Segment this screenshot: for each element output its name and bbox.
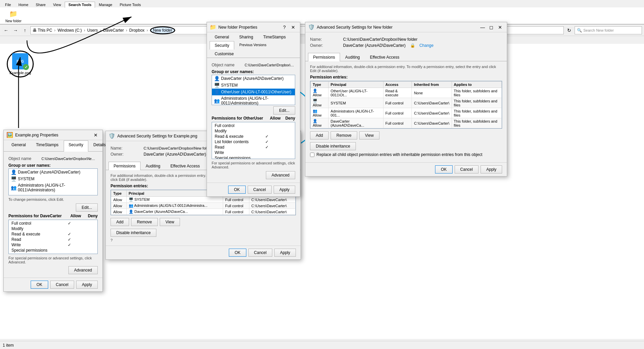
breadcrumb-dropbox[interactable]: Dropbox [129,28,145,33]
perm-list-nf: Full control Modify Read & execute✓ List… [212,122,295,159]
apply-button-adv-ex[interactable]: Apply [274,249,296,257]
tab-perms-adv[interactable]: Permissions [109,162,141,170]
example-png-file[interactable]: PNG ✓ Example.png [7,51,34,77]
perm-nf-read-exec: Read & execute✓ [213,134,294,139]
search-bar[interactable]: 🔍 Search New folder [575,26,642,34]
advanced-button-small[interactable]: Advanced [68,266,98,274]
change-link-nf-adv[interactable]: Change [419,43,433,48]
tab-auditing-adv[interactable]: Auditing [141,162,165,170]
cancel-button-nf[interactable]: Cancel [248,186,272,194]
ribbon-new-folder[interactable]: 📁 New folder [3,7,24,24]
breadcrumb-thispc[interactable]: 🖶 This PC [33,28,52,33]
col-type: Type [111,190,127,197]
tab-general[interactable]: General [6,140,31,152]
file-thumbnail: PNG ✓ [12,53,28,69]
tab-effective-adv[interactable]: Effective Access [165,162,205,170]
add-button-adv-ex[interactable]: Add [111,218,129,226]
tab-share[interactable]: Share [32,2,49,7]
adv-row-dave[interactable]: Allow 👤 DaveCarter (AzureAD\DaveCa... Fu… [111,209,296,215]
user-admins-small[interactable]: 👥 Administrators (ALIGN-LT-0011\Administ… [9,182,97,193]
adv-nf-perm-content: For additional information, double-click… [305,61,507,162]
user-davecarter-small[interactable]: 👤 DaveCarter (AzureAD\DaveCarter) [9,169,97,176]
user-otheruser-nf[interactable]: 👤 OtherUser (ALIGN-LT-0011\OtherUser) [212,89,295,95]
up-button[interactable]: ↑ [21,26,29,34]
tab-picture-tools[interactable]: Picture Tools [116,2,145,7]
adv-nf-close[interactable]: ✕ [496,23,504,31]
tab-perms-nf[interactable]: Permissions [308,53,340,61]
view-button-adv-ex[interactable]: View [160,218,180,226]
tab-nf-general[interactable]: General [210,33,234,41]
tab-effective-nf[interactable]: Effective Access [365,53,404,61]
tab-nf-security[interactable]: Security [210,41,234,50]
example-properties-close[interactable]: ✕ [92,131,100,139]
perm-nf-modify: Modify [213,128,294,134]
apply-button-nf[interactable]: Apply [274,186,295,194]
replace-checkbox[interactable] [310,153,314,157]
tab-nf-customise[interactable]: Customise [210,50,239,58]
cancel-button-small[interactable]: Cancel [50,281,74,289]
tab-nf-timestamps[interactable]: TimeStamps [258,33,291,41]
remove-button-nf-adv[interactable]: Remove [331,131,357,139]
apply-button-small[interactable]: Apply [76,281,98,289]
user-davecarter-nf[interactable]: 👤 DaveCarter (AzureAD\DaveCarter) [212,75,295,82]
apply-button-nf-adv[interactable]: Apply [481,165,502,173]
adv-nf-row-admins[interactable]: 👥 Allow Administrators (ALIGN-LT-001... … [311,108,502,118]
tab-manage[interactable]: Manage [95,2,116,7]
tab-file[interactable]: File [1,2,15,7]
adv-nf-btn-row: OK Cancel Apply [305,162,507,176]
new-folder-close[interactable]: ✕ [289,23,297,31]
user-admins-nf[interactable]: 👥 Administrators (ALIGN-LT-0011\Administ… [212,95,295,106]
new-folder-icon: 📁 [8,8,19,19]
breadcrumb-users[interactable]: Users [87,28,98,33]
user-system-small[interactable]: 🖥️ SYSTEM [9,176,97,182]
tab-home[interactable]: Home [15,2,32,7]
adv-row-admins[interactable]: Allow 👥 Administrators (ALIGN-LT-0011\Ad… [111,203,296,209]
adv-nf-minimise[interactable]: — [479,23,487,31]
cancel-button-adv-ex[interactable]: Cancel [248,249,272,257]
adv-nf-row-otheruser[interactable]: 👤 Allow OtherUser (ALIGN-LT-0011\Ot... R… [311,88,502,98]
edit-button-small[interactable]: Edit... [76,203,98,212]
admins-icon-nf: 👥 [214,98,220,103]
cancel-button-nf-adv[interactable]: Cancel [455,165,479,173]
replace-label: Replace all child object permission entr… [316,152,482,157]
edit-button-nf[interactable]: Edit... [273,106,295,115]
tab-timestamps[interactable]: TimeStamps [31,140,64,152]
perm-nf-full: Full control [213,123,294,128]
breadcrumb-new-folder[interactable]: New folder [150,26,175,34]
perm-entries-label-nf: Permission entries: [310,75,502,80]
ok-button-nf[interactable]: OK [228,186,245,194]
owner-label-nf-adv: Owner: [310,43,340,48]
tab-nf-previous[interactable]: Previous Versions [234,41,271,50]
back-button[interactable]: ← [2,26,10,34]
adv-row-system[interactable]: Allow 🖥️ SYSTEM Full control C:\Users\Da… [111,197,296,203]
adv-nf-row-system[interactable]: 🖥️ Allow SYSTEM Full control C:\Users\Da… [311,98,502,108]
breadcrumb-davecarter[interactable]: DaveCarter [103,28,124,33]
advanced-button-nf[interactable]: Advanced [266,171,295,179]
breadcrumb-windows[interactable]: Windows (C:) [58,28,82,33]
adv-nf-row-dave[interactable]: 👤 Allow DaveCarter (AzureAD\DaveCa... Fu… [311,118,502,128]
deny-header: Deny [88,214,98,218]
disable-inherit-btn-adv-ex[interactable]: Disable inheritance [111,229,156,237]
tab-search-tools[interactable]: Search Tools [65,2,95,8]
remove-button-adv-ex[interactable]: Remove [131,218,158,226]
ok-button-small[interactable]: OK [31,281,48,289]
adv-nf-table-container: Type Principal Access Inherited from App… [310,81,502,129]
adv-nf-restore[interactable]: ◻ [487,23,495,31]
ok-button-nf-adv[interactable]: OK [435,165,452,173]
user-system-nf[interactable]: 🖥️ SYSTEM [212,82,295,89]
tab-auditing-nf[interactable]: Auditing [340,53,365,61]
refresh-button[interactable]: ↻ [565,26,573,34]
tab-nf-sharing[interactable]: Sharing [234,33,258,41]
name-label-nf-adv: Name: [310,37,340,42]
add-button-nf-adv[interactable]: Add [310,131,329,139]
view-button-nf-adv[interactable]: View [359,131,379,139]
dialog-folder-icon: 📁 [210,24,216,30]
ok-button-adv-ex[interactable]: OK [229,249,246,257]
disable-inherit-btn-nf[interactable]: Disable inheritance [310,142,356,150]
tab-view[interactable]: View [49,2,65,7]
new-folder-help[interactable]: ? [280,23,288,31]
object-name-value: C:\Users\DaveCarter\Dropbox\New folder\E… [41,157,95,161]
forward-button[interactable]: → [11,26,20,34]
tab-security[interactable]: Security [64,140,88,152]
example-properties-titlebar: 🖼️ Example.png Properties ✕ [4,130,102,140]
